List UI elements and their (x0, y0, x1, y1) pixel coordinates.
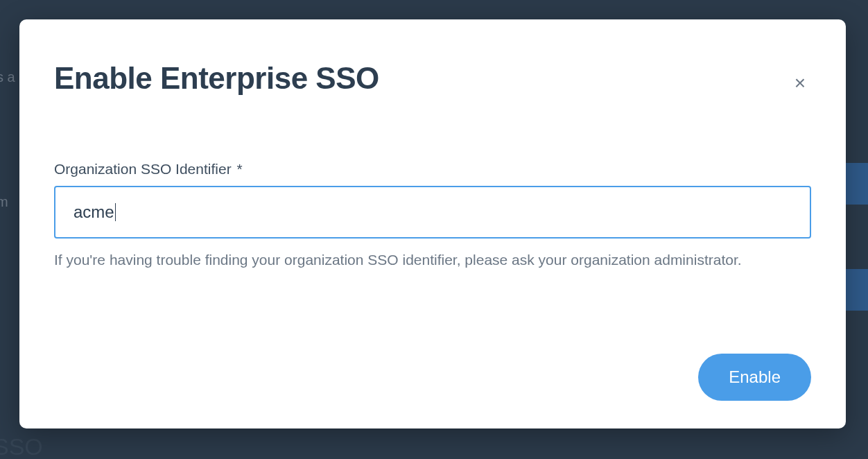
identifier-input[interactable]: acme (54, 186, 811, 239)
identifier-label: Organization SSO Identifier * (54, 161, 811, 177)
identifier-label-text: Organization SSO Identifier (54, 161, 232, 177)
text-caret (115, 203, 116, 221)
modal-footer: Enable (54, 354, 811, 401)
identifier-input-value: acme (73, 202, 114, 222)
background-text-fragment: SSO (0, 433, 43, 459)
close-icon: × (795, 72, 806, 94)
background-text-fragment: s a (0, 69, 15, 85)
identifier-help-text: If you're having trouble finding your or… (54, 250, 811, 270)
modal-title: Enable Enterprise SSO (54, 61, 379, 96)
enable-button[interactable]: Enable (698, 354, 811, 401)
modal-header: Enable Enterprise SSO × (54, 61, 811, 98)
required-indicator: * (236, 161, 242, 177)
enable-sso-modal: Enable Enterprise SSO × Organization SSO… (19, 19, 846, 428)
identifier-form-group: Organization SSO Identifier * acme If yo… (54, 161, 811, 270)
close-button[interactable]: × (789, 68, 811, 98)
background-text-fragment: m (0, 194, 8, 210)
